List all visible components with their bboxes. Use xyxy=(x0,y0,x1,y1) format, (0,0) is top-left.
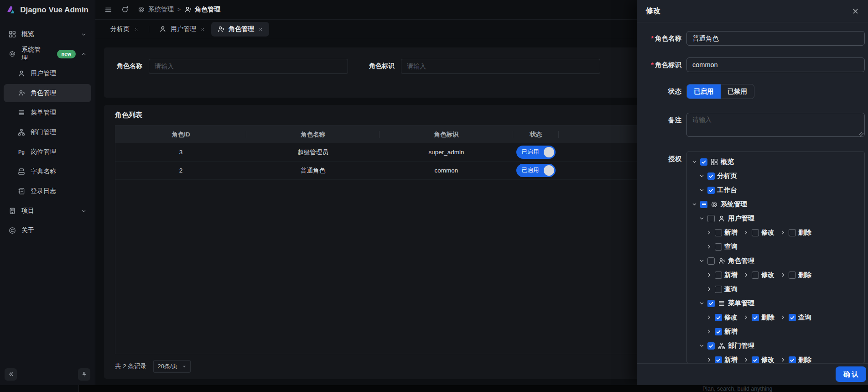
tree-node[interactable]: 查询 xyxy=(706,285,738,293)
tree-node-label[interactable]: 删除 xyxy=(761,313,774,322)
chevron-right-icon[interactable] xyxy=(706,286,714,292)
tree-node[interactable]: 角色管理 xyxy=(699,256,754,265)
tab-user-management[interactable]: 用户管理 xyxy=(153,22,211,37)
checkbox-unchecked[interactable] xyxy=(715,243,722,251)
checkbox-checked[interactable] xyxy=(715,314,722,321)
logo[interactable]: Djagno Vue Admin xyxy=(0,0,95,20)
page-size-select[interactable]: 20条/页 xyxy=(153,360,191,373)
tree-node-label[interactable]: 角色管理 xyxy=(728,256,754,265)
confirm-button[interactable]: 确 认 xyxy=(836,366,866,382)
tab-role-management[interactable]: 角色管理 xyxy=(211,22,269,37)
tree-node[interactable]: 修改 xyxy=(706,313,738,322)
checkbox-checked[interactable] xyxy=(707,187,715,194)
checkbox-unchecked[interactable] xyxy=(707,257,715,265)
pin-sidebar-button[interactable] xyxy=(78,368,90,381)
chevron-right-icon[interactable] xyxy=(706,272,714,278)
tree-node-label[interactable]: 分析页 xyxy=(717,172,737,180)
tree-node-label[interactable]: 新增 xyxy=(724,228,738,237)
breadcrumb-item-system-management[interactable]: 系统管理 xyxy=(138,5,174,14)
checkbox-checked[interactable] xyxy=(715,328,722,335)
checkbox-indeterminate[interactable] xyxy=(700,201,707,208)
tree-node[interactable]: 概览 xyxy=(691,157,734,166)
chevron-right-icon[interactable] xyxy=(780,314,788,320)
tree-node-label[interactable]: 新增 xyxy=(724,327,738,336)
tab-analysis-page[interactable]: 分析页 xyxy=(104,22,145,37)
sidebar-item-project[interactable]: 项目 xyxy=(4,202,91,220)
role-identifier-input[interactable] xyxy=(686,57,865,72)
chevron-down-icon[interactable] xyxy=(699,258,707,264)
checkbox-checked[interactable] xyxy=(752,314,759,321)
status-enabled-option[interactable]: 已启用 xyxy=(687,84,721,99)
checkbox-unchecked[interactable] xyxy=(752,272,759,279)
tree-node[interactable]: 删除 xyxy=(743,313,774,322)
tree-node-label[interactable]: 查询 xyxy=(724,242,738,251)
checkbox-checked[interactable] xyxy=(789,356,796,364)
chevron-down-icon[interactable] xyxy=(699,300,707,306)
chevron-right-icon[interactable] xyxy=(780,272,788,278)
tree-node[interactable]: 删除 xyxy=(780,355,811,363)
chevron-down-icon[interactable] xyxy=(699,187,707,193)
sidebar-item-system-management[interactable]: 系统管理new xyxy=(4,45,91,63)
chevron-right-icon[interactable] xyxy=(706,329,714,335)
tree-node[interactable]: 分析页 xyxy=(699,172,737,180)
tree-node[interactable]: 修改 xyxy=(743,355,774,363)
tree-node[interactable]: 删除 xyxy=(780,228,811,237)
sidebar-item-post-management[interactable]: Pg岗位管理 xyxy=(4,143,91,161)
tree-node-label[interactable]: 删除 xyxy=(798,355,811,363)
checkbox-unchecked[interactable] xyxy=(707,215,715,222)
sidebar-item-login-log[interactable]: 登录日志 xyxy=(4,182,91,200)
tree-node[interactable]: 新增 xyxy=(706,271,738,279)
chevron-down-icon[interactable] xyxy=(699,173,707,179)
chevron-down-icon[interactable] xyxy=(691,159,699,165)
chevron-down-icon[interactable] xyxy=(699,215,707,221)
tree-node-label[interactable]: 查询 xyxy=(798,313,811,322)
resize-grip-icon[interactable] xyxy=(859,132,863,136)
tree-node[interactable]: 新增 xyxy=(706,355,738,363)
sidebar-item-role-management[interactable]: 角色管理 xyxy=(4,84,91,102)
tree-node-label[interactable]: 修改 xyxy=(761,355,774,363)
tree-node[interactable]: 修改 xyxy=(743,271,774,279)
tree-node-label[interactable]: 概览 xyxy=(721,157,734,166)
close-tab-icon[interactable] xyxy=(258,27,263,32)
hamburger-menu-button[interactable] xyxy=(104,6,112,14)
remark-textarea[interactable] xyxy=(686,113,865,137)
checkbox-unchecked[interactable] xyxy=(715,272,722,279)
sidebar-item-user-management[interactable]: 用户管理 xyxy=(4,64,91,83)
tree-node-label[interactable]: 修改 xyxy=(761,228,774,237)
chevron-down-icon[interactable] xyxy=(691,201,699,207)
chevron-down-icon[interactable] xyxy=(81,208,87,214)
tree-node[interactable]: 工作台 xyxy=(699,186,737,194)
tree-node-label[interactable]: 删除 xyxy=(798,228,811,237)
chevron-right-icon[interactable] xyxy=(780,357,788,363)
sidebar-item-menu-management[interactable]: 菜单管理 xyxy=(4,104,91,122)
tree-node-label[interactable]: 新增 xyxy=(724,271,738,279)
tree-node[interactable]: 新增 xyxy=(706,327,738,336)
breadcrumb-item-role-management[interactable]: 角色管理 xyxy=(184,5,220,14)
tree-node-label[interactable]: 菜单管理 xyxy=(728,299,754,308)
refresh-icon[interactable] xyxy=(121,6,129,13)
checkbox-unchecked[interactable] xyxy=(789,272,796,279)
chevron-right-icon[interactable] xyxy=(706,230,714,235)
tree-node-label[interactable]: 部门管理 xyxy=(728,341,754,350)
tree-node[interactable]: 修改 xyxy=(743,228,774,237)
chevron-right-icon[interactable] xyxy=(743,357,751,363)
tree-node-label[interactable]: 用户管理 xyxy=(728,214,754,223)
checkbox-unchecked[interactable] xyxy=(715,229,722,236)
close-tab-icon[interactable] xyxy=(134,27,139,32)
tree-node-label[interactable]: 新增 xyxy=(724,355,738,363)
chevron-right-icon[interactable] xyxy=(743,314,751,320)
tree-node[interactable]: 删除 xyxy=(780,271,811,279)
tree-node[interactable]: 用户管理 xyxy=(699,214,754,223)
chevron-down-icon[interactable] xyxy=(699,343,707,349)
tree-node[interactable]: 查询 xyxy=(780,313,811,322)
status-toggle[interactable]: 已启用 xyxy=(516,146,556,159)
role-identifier-search-input[interactable] xyxy=(401,59,600,74)
chevron-right-icon[interactable] xyxy=(706,357,714,363)
chevron-down-icon[interactable] xyxy=(81,31,87,37)
tree-node-label[interactable]: 修改 xyxy=(724,313,738,322)
role-name-search-input[interactable] xyxy=(149,59,348,74)
close-icon[interactable] xyxy=(852,8,859,15)
tree-node-label[interactable]: 删除 xyxy=(798,271,811,279)
checkbox-checked[interactable] xyxy=(707,300,715,307)
status-disabled-option[interactable]: 已禁用 xyxy=(721,84,754,99)
